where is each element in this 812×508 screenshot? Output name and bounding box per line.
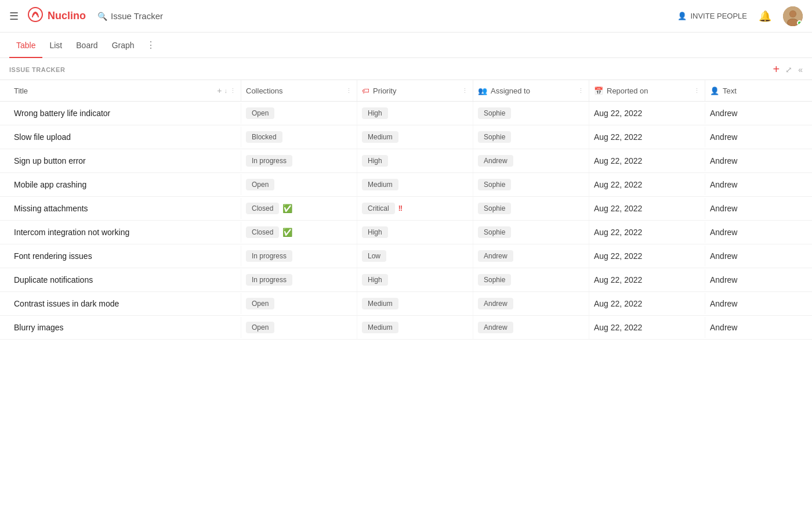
- cell-text: Andrew: [705, 198, 812, 219]
- col-text-label: Text: [723, 87, 737, 95]
- add-row-button[interactable]: +: [773, 63, 780, 76]
- expand-button[interactable]: ⤢: [785, 65, 792, 74]
- notification-bell-icon[interactable]: 🔔: [759, 10, 771, 23]
- cell-assigned[interactable]: Sophie: [473, 197, 589, 220]
- table-row[interactable]: Slow file uploadBlockedMediumSophieAug 2…: [0, 125, 812, 149]
- cell-reported: Aug 22, 2022: [589, 103, 705, 124]
- app-name: Nuclino: [48, 10, 86, 22]
- tab-list[interactable]: List: [42, 33, 69, 58]
- assignee-badge: Sophie: [478, 179, 511, 190]
- cell-collection[interactable]: Closed ✅: [241, 197, 357, 220]
- cell-title: Sign up button error: [9, 150, 241, 171]
- cell-reported: Aug 22, 2022: [589, 293, 705, 314]
- tab-graph[interactable]: Graph: [105, 33, 142, 58]
- col-assigned-more-icon[interactable]: ⋮: [578, 87, 584, 95]
- cell-collection[interactable]: Open: [241, 173, 357, 196]
- cell-priority[interactable]: Critical ‼: [357, 197, 473, 220]
- cell-text: Andrew: [705, 222, 812, 243]
- logo[interactable]: Nuclino: [28, 7, 86, 26]
- cell-assigned[interactable]: Sophie: [473, 173, 589, 196]
- cell-assigned[interactable]: Sophie: [473, 125, 589, 149]
- tabs-bar: Table List Board Graph ⋮: [0, 33, 812, 58]
- priority-badge: Low: [362, 250, 386, 262]
- col-header-title: Title + ↓ ⋮: [9, 80, 241, 101]
- user-avatar[interactable]: [783, 6, 803, 26]
- cell-priority[interactable]: High: [357, 268, 473, 291]
- col-collections-label: Collections: [246, 87, 283, 95]
- table-row[interactable]: Sign up button errorIn progressHighAndre…: [0, 149, 812, 173]
- table-row[interactable]: Missing attachmentsClosed ✅Critical ‼Sop…: [0, 197, 812, 221]
- table-row[interactable]: Contrast issues in dark modeOpenMediumAn…: [0, 292, 812, 316]
- cell-assigned[interactable]: Andrew: [473, 316, 589, 339]
- collection-badge: Open: [246, 107, 274, 119]
- col-more-icon[interactable]: ⋮: [230, 87, 236, 95]
- col-assigned-label: Assigned to: [491, 87, 530, 95]
- cell-collection[interactable]: Closed ✅: [241, 221, 357, 244]
- assignee-badge: Andrew: [478, 322, 513, 333]
- cell-priority[interactable]: Medium: [357, 173, 473, 196]
- cell-priority[interactable]: Medium: [357, 125, 473, 149]
- assignee-badge: Sophie: [478, 274, 511, 286]
- col-collections-actions: ⋮: [346, 87, 352, 95]
- hamburger-icon[interactable]: ☰: [9, 10, 19, 23]
- cell-assigned[interactable]: Sophie: [473, 102, 589, 125]
- search-area[interactable]: 🔍 Issue Tracker: [97, 11, 677, 21]
- col-add-icon[interactable]: +: [217, 86, 222, 95]
- cell-title: Missing attachments: [9, 198, 241, 219]
- cell-title: Blurry images: [9, 317, 241, 338]
- col-reported-actions: ⋮: [694, 87, 700, 95]
- cell-collection[interactable]: In progress: [241, 268, 357, 291]
- assignee-badge: Sophie: [478, 203, 511, 214]
- cell-reported: Aug 22, 2022: [589, 222, 705, 243]
- assignee-badge: Andrew: [478, 250, 513, 262]
- collection-check-icon: ✅: [282, 228, 292, 237]
- cell-collection[interactable]: Open: [241, 292, 357, 315]
- cell-collection[interactable]: In progress: [241, 244, 357, 268]
- cell-priority[interactable]: High: [357, 149, 473, 172]
- cell-priority[interactable]: High: [357, 102, 473, 125]
- cell-title: Font rendering issues: [9, 246, 241, 266]
- col-collections-more-icon[interactable]: ⋮: [346, 87, 352, 95]
- table-row[interactable]: Intercom integration not workingClosed ✅…: [0, 221, 812, 244]
- col-priority-more-icon[interactable]: ⋮: [462, 87, 468, 95]
- critical-icon: ‼: [398, 204, 403, 212]
- cell-priority[interactable]: Medium: [357, 316, 473, 339]
- cell-assigned[interactable]: Sophie: [473, 221, 589, 244]
- priority-badge: Medium: [362, 179, 398, 190]
- nuclino-logo-icon: [28, 7, 43, 26]
- workspace-title: Issue Tracker: [111, 11, 163, 21]
- cell-reported: Aug 22, 2022: [589, 317, 705, 338]
- priority-badge: Critical: [362, 203, 395, 214]
- table-row[interactable]: Duplicate notificationsIn progressHighSo…: [0, 268, 812, 292]
- cell-collection[interactable]: Open: [241, 316, 357, 339]
- col-reported-more-icon[interactable]: ⋮: [694, 87, 700, 95]
- table-row[interactable]: Font rendering issuesIn progressLowAndre…: [0, 244, 812, 268]
- cell-priority[interactable]: High: [357, 221, 473, 244]
- collection-badge: In progress: [246, 155, 292, 167]
- cell-title: Contrast issues in dark mode: [9, 293, 241, 314]
- table-row[interactable]: Blurry imagesOpenMediumAndrewAug 22, 202…: [0, 316, 812, 340]
- cell-priority[interactable]: Low: [357, 244, 473, 268]
- table-row[interactable]: Wrong battery life indicatorOpenHighSoph…: [0, 102, 812, 125]
- cell-assigned[interactable]: Andrew: [473, 292, 589, 315]
- cell-collection[interactable]: Open: [241, 102, 357, 125]
- online-indicator: [797, 20, 802, 26]
- collection-badge: Open: [246, 179, 274, 190]
- collection-badge: In progress: [246, 274, 292, 286]
- cell-collection[interactable]: Blocked: [241, 125, 357, 149]
- col-text-icon: 👤: [710, 87, 719, 95]
- collapse-button[interactable]: «: [798, 65, 803, 74]
- collection-check-icon: ✅: [282, 204, 292, 213]
- cell-priority[interactable]: Medium: [357, 292, 473, 315]
- table-row[interactable]: Mobile app crashingOpenMediumSophieAug 2…: [0, 173, 812, 197]
- more-tabs-icon[interactable]: ⋮: [142, 39, 160, 51]
- cell-assigned[interactable]: Andrew: [473, 149, 589, 172]
- assignee-badge: Andrew: [478, 298, 513, 309]
- cell-assigned[interactable]: Sophie: [473, 268, 589, 291]
- invite-people-button[interactable]: 👤 INVITE PEOPLE: [677, 12, 747, 20]
- col-sort-icon[interactable]: ↓: [224, 87, 228, 94]
- cell-assigned[interactable]: Andrew: [473, 244, 589, 268]
- cell-collection[interactable]: In progress: [241, 149, 357, 172]
- tab-table[interactable]: Table: [9, 33, 42, 58]
- tab-board[interactable]: Board: [69, 33, 104, 58]
